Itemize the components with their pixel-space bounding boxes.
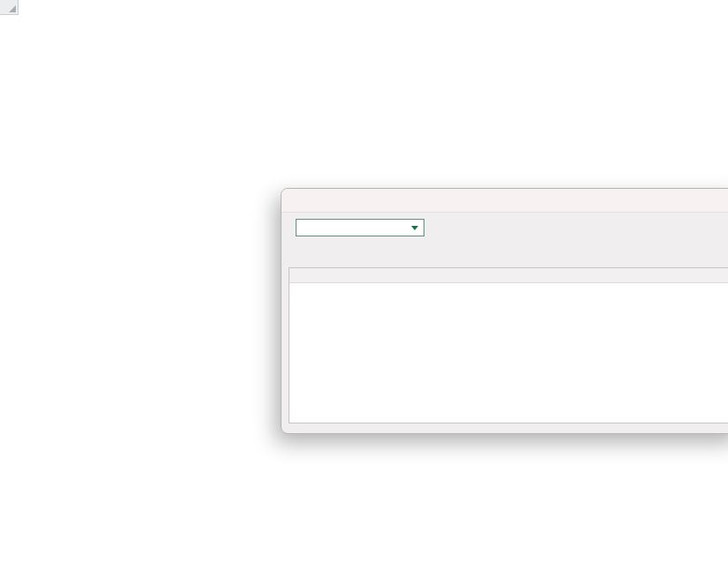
select-all-corner[interactable] [0,0,19,15]
select-all-triangle-icon [9,5,16,12]
rules-list [289,267,728,423]
cf-rules-manager-dialog [281,188,728,434]
chevron-down-icon [411,226,418,230]
scope-dropdown[interactable] [296,219,424,236]
dialog-body [281,213,728,423]
rules-list-header [289,268,728,283]
dialog-title [281,189,728,213]
excel-window [0,0,728,562]
rule-buttons-row [289,243,728,262]
